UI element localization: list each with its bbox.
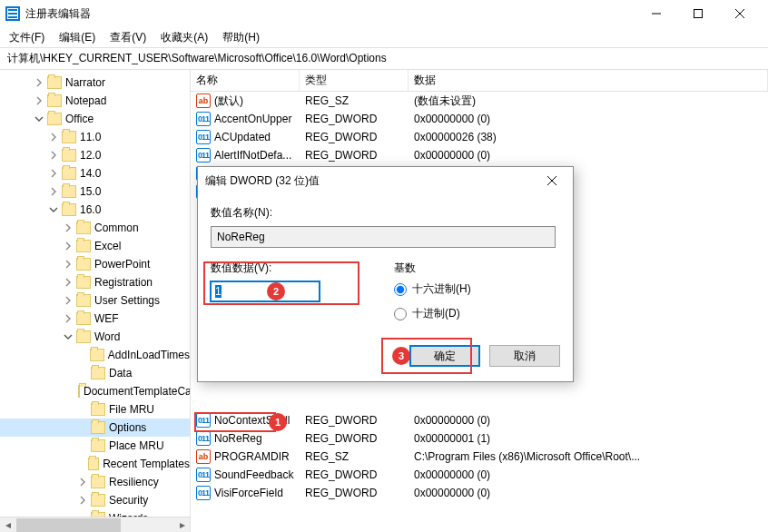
tree-node[interactable]: Notepad xyxy=(0,92,190,110)
radio-hex-input[interactable] xyxy=(394,283,407,296)
chevron-right-icon[interactable] xyxy=(62,222,74,234)
chevron-down-icon[interactable] xyxy=(47,203,60,216)
tree-node[interactable]: 14.0 xyxy=(0,164,190,182)
tree-pane[interactable]: NarratorNotepadOffice11.012.014.015.016.… xyxy=(0,70,191,532)
tree-node[interactable]: Options xyxy=(0,419,190,437)
dialog-label-name: 数值名称(N): xyxy=(211,205,560,221)
chevron-down-icon[interactable] xyxy=(33,113,45,125)
maximize-button[interactable] xyxy=(677,0,719,27)
radio-dec-input[interactable] xyxy=(394,308,407,320)
tree-node[interactable]: 12.0 xyxy=(0,146,190,164)
close-button[interactable] xyxy=(719,0,761,27)
chevron-right-icon[interactable] xyxy=(33,94,45,107)
registry-row[interactable]: 011SoundFeedbackREG_DWORD0x00000000 (0) xyxy=(191,466,768,484)
row-type: REG_DWORD xyxy=(300,468,409,481)
tree-node[interactable]: Common xyxy=(0,219,190,237)
row-name: VisiForceField xyxy=(214,487,283,499)
chevron-right-icon[interactable] xyxy=(33,76,45,89)
menu-edit[interactable]: 编辑(E) xyxy=(54,28,101,47)
scroll-right-icon[interactable]: ▸ xyxy=(174,517,190,533)
registry-row[interactable]: abPROGRAMDIRREG_SZC:\Program Files (x86)… xyxy=(191,448,768,466)
menu-bar: 文件(F) 编辑(E) 查看(V) 收藏夹(A) 帮助(H) xyxy=(0,27,768,47)
tree-label: PowerPoint xyxy=(94,258,150,271)
col-name[interactable]: 名称 xyxy=(191,70,300,91)
tree-label: Notepad xyxy=(65,94,106,107)
chevron-right-icon[interactable] xyxy=(47,131,60,143)
chevron-right-icon[interactable] xyxy=(76,494,89,507)
menu-file[interactable]: 文件(F) xyxy=(4,28,50,47)
col-data[interactable]: 数据 xyxy=(409,70,768,91)
registry-row[interactable]: 011AlertIfNotDefa...REG_DWORD0x00000000 … xyxy=(191,146,768,164)
radio-dec[interactable]: 十进制(D) xyxy=(394,306,471,321)
tree-node[interactable]: 16.0 xyxy=(0,201,190,219)
address-bar[interactable]: 计算机\HKEY_CURRENT_USER\Software\Microsoft… xyxy=(0,48,768,70)
tree-node[interactable]: 15.0 xyxy=(0,182,190,201)
menu-help[interactable]: 帮助(H) xyxy=(217,28,265,47)
chevron-right-icon[interactable] xyxy=(47,185,60,198)
chevron-right-icon[interactable] xyxy=(62,240,74,252)
folder-icon xyxy=(88,458,100,470)
tree-node[interactable]: Recent Templates xyxy=(0,455,190,473)
folder-icon xyxy=(47,76,62,89)
row-name: AccentOnUpper xyxy=(214,113,291,125)
tree-node[interactable]: Data xyxy=(0,364,190,382)
col-type[interactable]: 类型 xyxy=(300,70,409,91)
tree-node[interactable]: Resiliency xyxy=(0,473,190,491)
scroll-thumb[interactable] xyxy=(16,518,121,532)
dialog-close-button[interactable] xyxy=(538,167,566,194)
registry-row[interactable]: 011ACUpdatedREG_DWORD0x00000026 (38) xyxy=(191,128,768,146)
tree-horizontal-scrollbar[interactable]: ◂ ▸ xyxy=(0,517,190,532)
tree-label: Data xyxy=(109,367,132,379)
folder-icon xyxy=(76,222,91,234)
reg-string-icon: ab xyxy=(196,449,211,464)
tree-node[interactable]: AddInLoadTimes xyxy=(0,346,190,364)
row-type: REG_DWORD xyxy=(300,113,409,125)
expander-none xyxy=(76,421,89,434)
dialog-value-data-input[interactable] xyxy=(211,281,320,301)
tree-node[interactable]: Word xyxy=(0,328,190,346)
tree-label: Resiliency xyxy=(109,476,159,488)
tree-node[interactable]: Security xyxy=(0,491,190,509)
scroll-left-icon[interactable]: ◂ xyxy=(0,517,15,533)
menu-view[interactable]: 查看(V) xyxy=(104,28,152,47)
row-data: (数值未设置) xyxy=(409,94,768,109)
chevron-right-icon[interactable] xyxy=(62,294,74,307)
registry-row[interactable]: ab(默认)REG_SZ(数值未设置) xyxy=(191,92,768,110)
tree-node[interactable]: Narrator xyxy=(0,74,190,92)
registry-row[interactable]: 011AccentOnUpperREG_DWORD0x00000000 (0) xyxy=(191,110,768,128)
tree-node[interactable]: 11.0 xyxy=(0,128,190,146)
row-name: (默认) xyxy=(214,94,243,109)
menu-favorites[interactable]: 收藏夹(A) xyxy=(155,28,213,47)
folder-icon xyxy=(76,330,91,343)
registry-row[interactable]: 011NoReRegREG_DWORD0x00000001 (1) xyxy=(191,429,768,448)
chevron-right-icon[interactable] xyxy=(47,167,60,180)
row-type: REG_DWORD xyxy=(300,487,409,499)
folder-icon xyxy=(62,167,76,180)
registry-row[interactable]: 011VisiForceFieldREG_DWORD0x00000000 (0) xyxy=(191,484,768,502)
chevron-right-icon[interactable] xyxy=(62,276,74,289)
svg-rect-1 xyxy=(694,10,703,18)
tree-node[interactable]: Office xyxy=(0,110,190,128)
tree-node[interactable]: Registration xyxy=(0,273,190,291)
tree-node[interactable]: File MRU xyxy=(0,400,190,419)
row-data: 0x00000001 (1) xyxy=(409,432,768,445)
tree-node[interactable]: PowerPoint xyxy=(0,255,190,273)
chevron-right-icon[interactable] xyxy=(47,149,60,162)
radio-hex[interactable]: 十六进制(H) xyxy=(394,281,471,297)
tree-node[interactable]: User Settings xyxy=(0,291,190,310)
tree-node[interactable]: DocumentTemplateCache xyxy=(0,382,190,400)
registry-row[interactable]: 011NoContextSpellREG_DWORD0x00000000 (0) xyxy=(191,411,768,429)
expander-none xyxy=(76,439,89,452)
tree-label: Options xyxy=(109,421,146,434)
ok-button[interactable]: 确定 xyxy=(409,345,480,367)
tree-node[interactable]: WEF xyxy=(0,310,190,328)
chevron-right-icon[interactable] xyxy=(62,312,74,325)
tree-node[interactable]: Excel xyxy=(0,237,190,255)
minimize-button[interactable] xyxy=(635,0,677,27)
tree-node[interactable]: Place MRU xyxy=(0,437,190,455)
chevron-right-icon[interactable] xyxy=(62,258,74,271)
chevron-right-icon[interactable] xyxy=(76,476,89,488)
folder-icon xyxy=(91,403,105,416)
chevron-down-icon[interactable] xyxy=(62,330,74,343)
cancel-button[interactable]: 取消 xyxy=(489,345,560,367)
